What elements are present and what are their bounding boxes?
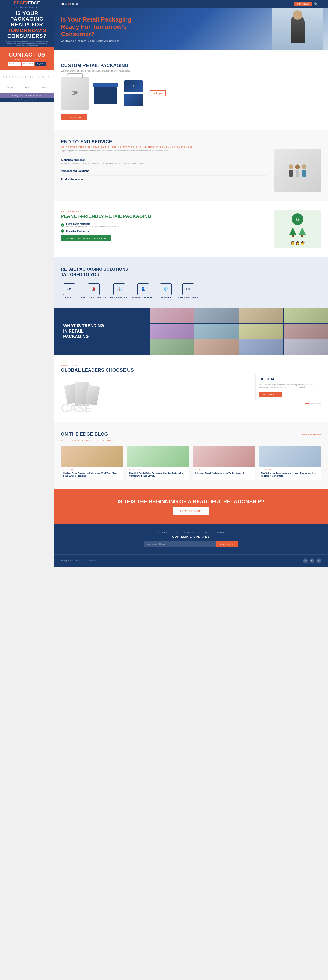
blog-card-4[interactable]: PACKAGING The Unboxing Experience and Ho… [259,445,321,480]
tree-2 [299,228,306,237]
left-phone-input[interactable] [8,62,21,66]
footer-social: f in t [303,558,321,563]
left-hero: EDGE2EDGE AT YOUR SERVICE IS YOURPACKAGI… [0,0,54,47]
trending-img-4 [284,308,328,323]
hero-section: Is Your Retail Packaging Ready For Tomor… [54,8,328,50]
footer-privacy[interactable]: Privacy Policy [61,560,73,562]
retail-learn-more-button[interactable]: LEARN MORE [61,114,87,120]
ete-feature-title-2: Personalized Solutions [61,170,267,172]
retail-visual: 🛍 📦 hello you [61,77,321,110]
tree-top-1 [289,228,296,234]
section-tailored: RETAIL PACKAGING SOLUTIONS TAILORED TO Y… [54,257,328,308]
blog-grid: PACKAGING Custom Retail Packaging Colors… [61,445,321,480]
client-logo-prieur: prieur [36,86,52,89]
case-nav-dot-3[interactable] [316,402,321,404]
case-cta-button[interactable]: GET STARTED [259,392,282,397]
trending-img-9 [150,339,194,355]
planet-text: FUTURE GREEN PLANET-FRIENDLY RETAIL PACK… [61,210,274,241]
coming-soon-text: Coming Soon: Our Redesigned Website [13,95,41,96]
get-hello-button[interactable]: GET HELLO [294,2,312,6]
blog-card-3[interactable]: HOLIDAY 6 Holiday Retail Packaging Ideas… [193,445,255,480]
person-body-1 [289,170,293,177]
client-logo-loft: LOFT [19,86,35,89]
retail-label: OUR SOLUTIONS [61,60,321,62]
person-head-1 [288,164,293,169]
client-logo-1: ••• [2,82,18,84]
planet-label: FUTURE GREEN [61,210,274,212]
section-ete: END-TO-END SERVICE WE PROVIDE FIRST-GENE… [54,130,328,201]
category-grooming[interactable]: ✂ MEN'S GROOMING [178,283,198,299]
twitter-icon[interactable]: t [316,558,321,563]
menu-icon[interactable]: ☰ [320,2,323,6]
case-nav-dot-2[interactable] [311,402,315,404]
category-retail[interactable]: 🛍 RETAIL [61,283,77,299]
section-relationship: IS THIS THE BEGINNING OF A BEAUTIFUL REL… [54,489,328,524]
section-case: THIS IS WHY GLOBAL LEADERS CHOOSE US CAS… [54,355,328,422]
case-product-visual: CASE [61,377,108,413]
blog-card-1[interactable]: PACKAGING Custom Retail Packaging Colors… [61,445,123,480]
tailored-categories: 🛍 RETAIL 💄 BEAUTY & COSMETICS 👔 MEN'S AP… [61,283,321,299]
person-icon-2: 👩 [296,241,299,245]
left-contact-section: CONTACT US call us today to plan your bu… [0,47,54,70]
mens-apparel-label: MEN'S APPAREL [110,296,128,299]
category-jewelry[interactable]: 💎 JEWELRY [158,283,174,299]
footer-links: Privacy Policy Terms of Use Sitemap [61,560,96,562]
hello-you-badge: hello you [150,90,166,96]
page-wrapper: EDGE2EDGE AT YOUR SERVICE IS YOURPACKAGI… [0,0,328,567]
left-email-input[interactable] [22,62,35,66]
case-right: DECIEM With DECIEM, Edge2Edge can resolv… [255,373,321,404]
footer-terms[interactable]: Terms of Use [75,560,86,562]
category-cosmetics[interactable]: 💄 BEAUTY & COSMETICS [81,283,106,299]
tree-trunk-1 [292,234,294,237]
blog-subtitle: ALL THE TRENDS, RIGHT AT YOUR FINGERTIPS [61,440,321,442]
blog-card-content-3: HOLIDAY 6 Holiday Retail Packaging Ideas… [193,467,255,477]
womens-apparel-icon: 👗 [137,283,149,295]
ete-feature-title-1: Authentic Approach [61,159,267,161]
trending-img-8 [284,324,328,339]
section-blog: ON THE EDGE BLOG READ OUR STORIES ALL TH… [54,422,328,489]
jewelry-icon: 💎 [160,283,172,295]
case-nav-dot-1[interactable] [305,402,310,404]
search-icon[interactable]: 🔍 [314,2,318,6]
ete-subtitle-red: WE PROVIDE FIRST-GENERATION PIONEERING S… [61,146,321,148]
newsletter-form: SUBSCRIBE [144,541,238,547]
box-group [94,83,119,104]
planet-cta-button[interactable]: EXPLORE SUSTAINABLE PACKAGING [61,235,111,241]
case-word: CASE [61,401,92,415]
category-womens-apparel[interactable]: 👗 WOMEN'S APPAREL [132,283,154,299]
blog-card-2[interactable]: PACKAGING How Gift-Ready Retail Packagin… [127,445,189,480]
coming-soon-bar: Coming Soon: Our Redesigned Website [0,93,54,98]
linkedin-icon[interactable]: in [310,558,314,563]
planet-feature-text-1: Sustainable Materials Recycles, decompos… [66,223,120,228]
relationship-button[interactable]: LET'S CONNECT [173,508,209,515]
left-sub-text: Edge2Edge is a first-generation packagin… [5,40,49,46]
section-planet: FUTURE GREEN PLANET-FRIENDLY RETAIL PACK… [54,201,328,257]
left-form-button[interactable]: Buy Hello [35,62,46,66]
newsletter-button[interactable]: SUBSCRIBE [216,541,238,547]
newsletter-input[interactable] [144,541,216,547]
left-logo: EDGE2EDGE [14,1,40,6]
ete-feature-2: Personalized Solutions [61,167,267,175]
trending-img-5 [150,324,194,339]
trending-img-1 [150,308,194,323]
trending-img-10 [195,339,239,355]
left-logo-text: EDGE [14,1,26,5]
planet-feature-1: ✓ Sustainable Materials Recycles, decomp… [61,223,274,228]
ete-desc: Edge2Edge provides sustainable solutions… [61,150,267,152]
tree-top-2 [299,228,306,234]
trending-img-11 [239,339,284,355]
ete-feature-desc-1: We believe in an authentic approach that… [61,162,267,165]
package-card-2 [124,94,143,106]
footer-sitemap[interactable]: Sitemap [89,560,96,562]
mens-apparel-icon: 👔 [113,283,125,295]
category-mens-apparel[interactable]: 👔 MEN'S APPAREL [110,283,128,299]
person-head-3 [302,164,306,169]
facebook-icon[interactable]: f [303,558,308,563]
person-3 [302,164,306,177]
blog-cta-link[interactable]: READ OUR STORIES [303,434,321,436]
trending-img-3 [239,308,284,323]
left-contact-form: Buy Hello [5,62,49,66]
left-footer: © 2023 Edge Packaging. All Rights Reserv… [0,98,54,102]
left-panel: EDGE2EDGE AT YOUR SERVICE IS YOURPACKAGI… [0,0,54,102]
hero-title-pre: Is Your Retail Packaging [61,16,132,23]
